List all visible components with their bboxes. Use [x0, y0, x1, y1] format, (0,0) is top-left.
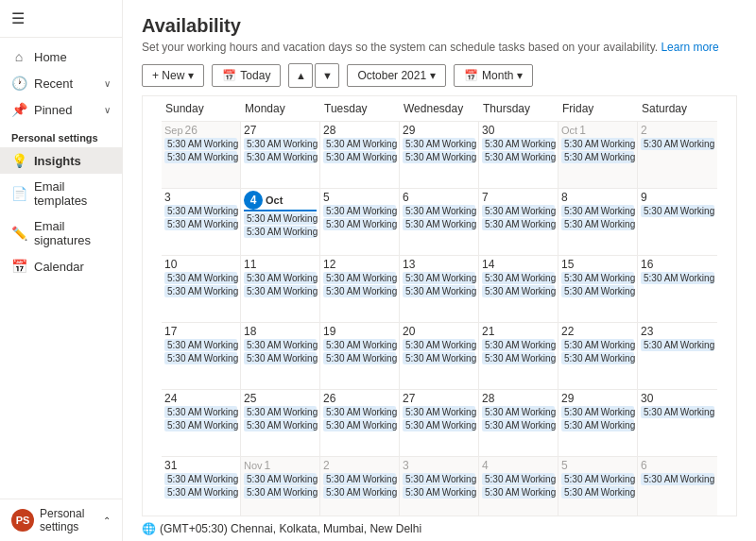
- calendar-cell[interactable]: 145:30 AMWorking↻5:30 AMWorking: [479, 256, 558, 322]
- working-bar[interactable]: 5:30 AMWorking: [641, 406, 714, 418]
- calendar-cell[interactable]: 65:30 AMWorking↻5:30 AMWorking: [400, 189, 479, 255]
- working-bar[interactable]: 5:30 AMWorking: [641, 205, 714, 217]
- working-bar[interactable]: 5:30 AMWorking: [164, 419, 237, 431]
- working-bar[interactable]: 5:30 AMWorking: [561, 285, 634, 297]
- calendar-cell[interactable]: 85:30 AMWorking↻5:30 AMWorking: [558, 189, 638, 255]
- calendar-cell[interactable]: 235:30 AMWorking: [638, 323, 717, 389]
- working-bar[interactable]: 5:30 AMWorking: [482, 218, 555, 230]
- working-bar[interactable]: 5:30 AMWorking↻: [323, 205, 396, 217]
- calendar-cell[interactable]: 185:30 AMWorking↻5:30 AMWorking: [241, 323, 320, 389]
- working-bar[interactable]: 5:30 AMWorking↻: [164, 473, 237, 485]
- calendar-cell[interactable]: 305:30 AMWorking: [638, 390, 717, 456]
- calendar-cell[interactable]: Oct15:30 AMWorking↻5:30 AMWorking: [558, 122, 638, 188]
- working-bar[interactable]: 5:30 AMWorking: [164, 285, 237, 297]
- calendar-cell[interactable]: 275:30 AMWorking↻5:30 AMWorking: [400, 390, 479, 456]
- calendar-cell[interactable]: 225:30 AMWorking↻5:30 AMWorking: [558, 323, 638, 389]
- calendar-cell[interactable]: 55:30 AMWorking↻5:30 AMWorking: [320, 189, 400, 255]
- working-bar[interactable]: 5:30 AMWorking↻: [244, 138, 317, 150]
- working-bar[interactable]: 5:30 AMWorking↻: [482, 138, 555, 150]
- working-bar[interactable]: 5:30 AMWorking: [641, 138, 714, 150]
- working-bar[interactable]: 5:30 AMWorking↻: [164, 339, 237, 351]
- calendar-cell[interactable]: 255:30 AMWorking↻5:30 AMWorking: [241, 390, 320, 456]
- working-bar[interactable]: 5:30 AMWorking: [323, 218, 396, 230]
- working-bar[interactable]: 5:30 AMWorking↻: [482, 339, 555, 351]
- prev-arrow-button[interactable]: ▲: [288, 63, 313, 88]
- working-bar[interactable]: 5:30 AMWorking: [403, 352, 475, 364]
- calendar-cell[interactable]: 25:30 AMWorking↻5:30 AMWorking: [320, 457, 400, 516]
- new-button[interactable]: + New ▾: [142, 64, 204, 87]
- working-bar[interactable]: 5:30 AMWorking: [641, 339, 714, 351]
- sidebar-item-home[interactable]: ⌂ Home: [0, 43, 122, 70]
- working-bar[interactable]: 5:30 AMWorking↻: [561, 473, 634, 485]
- working-bar[interactable]: 5:30 AMWorking↻: [561, 138, 634, 150]
- calendar-cell[interactable]: 115:30 AMWorking↻5:30 AMWorking: [241, 256, 320, 322]
- working-bar[interactable]: 5:30 AMWorking: [403, 285, 475, 297]
- view-selector[interactable]: 📅 Month ▾: [454, 64, 533, 87]
- working-bar[interactable]: 5:30 AMWorking: [164, 352, 237, 364]
- calendar-cell[interactable]: 75:30 AMWorking↻5:30 AMWorking: [479, 189, 558, 255]
- working-bar[interactable]: 5:30 AMWorking↻: [403, 205, 475, 217]
- hamburger-icon[interactable]: ☰: [11, 10, 25, 26]
- calendar-cell[interactable]: 35:30 AMWorking↻5:30 AMWorking: [162, 189, 241, 255]
- working-bar[interactable]: 5:30 AMWorking↻: [244, 339, 317, 351]
- working-bar[interactable]: 5:30 AMWorking↻: [164, 272, 237, 284]
- working-bar[interactable]: 5:30 AMWorking: [561, 486, 634, 499]
- calendar-cell[interactable]: 65:30 AMWorking: [638, 457, 717, 516]
- calendar-cell[interactable]: 105:30 AMWorking↻5:30 AMWorking: [162, 256, 241, 322]
- working-bar[interactable]: 5:30 AMWorking: [323, 352, 396, 364]
- calendar-cell[interactable]: 205:30 AMWorking↻5:30 AMWorking: [400, 323, 479, 389]
- month-selector[interactable]: October 2021 ▾: [347, 64, 446, 87]
- working-bar[interactable]: 5:30 AMWorking: [482, 419, 555, 431]
- calendar-cell[interactable]: 285:30 AMWorking↻5:30 AMWorking: [320, 122, 400, 188]
- working-bar[interactable]: 5:30 AMWorking↻: [244, 473, 317, 485]
- working-bar[interactable]: 5:30 AMWorking↻: [164, 138, 237, 150]
- calendar-cell[interactable]: 265:30 AMWorking↻5:30 AMWorking: [320, 390, 400, 456]
- working-bar[interactable]: 5:30 AMWorking: [164, 486, 237, 499]
- working-bar[interactable]: 5:30 AMWorking: [403, 419, 475, 431]
- working-bar[interactable]: 5:30 AMWorking↻: [403, 272, 475, 284]
- calendar-cell[interactable]: 275:30 AMWorking↻5:30 AMWorking: [241, 122, 320, 188]
- working-bar[interactable]: 5:30 AMWorking↻: [482, 272, 555, 284]
- calendar-cell[interactable]: 315:30 AMWorking↻5:30 AMWorking: [162, 457, 241, 516]
- working-bar[interactable]: 5:30 AMWorking↻: [403, 138, 475, 150]
- working-bar[interactable]: 5:30 AMWorking: [482, 151, 555, 163]
- working-bar[interactable]: 5:30 AMWorking: [561, 151, 634, 163]
- calendar-cell[interactable]: 35:30 AMWorking↻5:30 AMWorking: [400, 457, 479, 516]
- working-bar[interactable]: 5:30 AMWorking↻: [561, 406, 634, 418]
- calendar-cell[interactable]: 195:30 AMWorking↻5:30 AMWorking: [320, 323, 400, 389]
- working-bar[interactable]: 5:30 AMWorking↻: [323, 138, 396, 150]
- working-bar[interactable]: 5:30 AMWorking: [323, 151, 396, 163]
- sidebar-item-insights[interactable]: 💡 Insights: [0, 147, 122, 174]
- working-bar[interactable]: 5:30 AMWorking: [641, 272, 714, 284]
- calendar-cell[interactable]: 125:30 AMWorking↻5:30 AMWorking: [320, 256, 400, 322]
- working-bar[interactable]: 5:30 AMWorking: [244, 486, 317, 499]
- calendar-cell[interactable]: 165:30 AMWorking: [638, 256, 717, 322]
- sidebar-footer[interactable]: PS Personal settings ⌃: [0, 499, 122, 541]
- working-bar[interactable]: 5:30 AMWorking↻: [323, 339, 396, 351]
- working-bar[interactable]: 5:30 AMWorking: [482, 285, 555, 297]
- calendar-cell[interactable]: 175:30 AMWorking↻5:30 AMWorking: [162, 323, 241, 389]
- working-bar[interactable]: 5:30 AMWorking↻: [561, 272, 634, 284]
- working-bar[interactable]: 5:30 AMWorking↻: [482, 205, 555, 217]
- working-bar[interactable]: 5:30 AMWorking↻: [164, 406, 237, 418]
- working-bar[interactable]: 5:30 AMWorking: [482, 352, 555, 364]
- calendar-cell[interactable]: 135:30 AMWorking↻5:30 AMWorking: [400, 256, 479, 322]
- sidebar-item-email-signatures[interactable]: ✏️ Email signatures: [0, 213, 122, 253]
- working-bar[interactable]: 5:30 AMWorking: [164, 218, 237, 230]
- calendar-cell[interactable]: 305:30 AMWorking↻5:30 AMWorking: [479, 122, 558, 188]
- working-bar[interactable]: 5:30 AMWorking: [561, 419, 634, 431]
- working-bar[interactable]: 5:30 AMWorking↻: [323, 406, 396, 418]
- calendar-cell[interactable]: 95:30 AMWorking: [638, 189, 717, 255]
- working-bar[interactable]: 5:30 AMWorking: [323, 419, 396, 431]
- working-bar[interactable]: 5:30 AMWorking↻: [482, 473, 555, 485]
- sidebar-item-calendar[interactable]: 📅 Calendar: [0, 253, 122, 279]
- calendar-cell[interactable]: 215:30 AMWorking↻5:30 AMWorking: [479, 323, 558, 389]
- working-bar[interactable]: 5:30 AMWorking↻: [561, 339, 634, 351]
- working-bar[interactable]: 5:30 AMWorking↻: [323, 473, 396, 485]
- working-bar[interactable]: 5:30 AMWorking: [244, 419, 317, 431]
- calendar-cell[interactable]: 25:30 AMWorking: [638, 122, 717, 188]
- working-bar[interactable]: 5:30 AMWorking: [641, 473, 714, 485]
- working-bar[interactable]: 5:30 AMWorking↻: [561, 205, 634, 217]
- working-bar[interactable]: 5:30 AMWorking: [403, 218, 475, 230]
- working-bar[interactable]: 5:30 AMWorking↻: [403, 339, 475, 351]
